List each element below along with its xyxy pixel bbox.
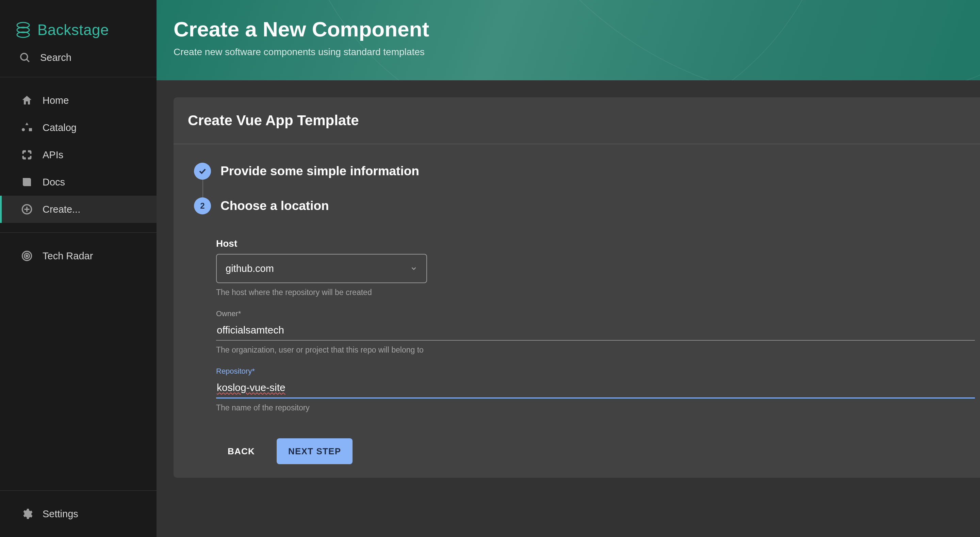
owner-input[interactable] xyxy=(216,321,975,341)
gear-icon xyxy=(21,508,33,520)
nav-docs-label: Docs xyxy=(43,177,65,188)
backstage-logo-icon xyxy=(15,21,31,40)
owner-help: The organization, user or project that t… xyxy=(216,346,975,355)
page-subtitle: Create new software components using sta… xyxy=(173,47,980,57)
card-header: Create Vue App Template xyxy=(173,97,980,144)
repository-value: koslog-vue-site xyxy=(217,382,285,394)
host-label: Host xyxy=(216,238,975,249)
page-title: Create a New Component xyxy=(173,17,980,41)
plus-circle-icon xyxy=(21,203,33,215)
radar-icon xyxy=(21,250,33,262)
sidebar: Backstage Search Home Catalog APIs xyxy=(0,0,156,537)
nav-apis-label: APIs xyxy=(43,150,63,161)
host-select[interactable]: github.com xyxy=(216,254,427,283)
svg-line-4 xyxy=(27,59,29,62)
chevron-down-icon xyxy=(410,265,417,272)
field-repository: Repository* koslog-vue-site The name of … xyxy=(216,367,975,413)
nav-create-label: Create... xyxy=(43,204,80,215)
nav-catalog[interactable]: Catalog xyxy=(0,114,156,141)
search-icon xyxy=(19,52,30,63)
svg-point-3 xyxy=(21,53,27,60)
field-host: Host github.com The host where the repos… xyxy=(216,238,975,297)
host-help: The host where the repository will be cr… xyxy=(216,288,975,297)
brand[interactable]: Backstage xyxy=(0,0,156,52)
form-actions: BACK NEXT STEP xyxy=(216,425,975,464)
apis-icon xyxy=(21,149,33,161)
svg-point-10 xyxy=(26,255,28,257)
nav-settings[interactable]: Settings xyxy=(0,500,156,527)
nav-techradar-label: Tech Radar xyxy=(43,250,93,262)
step-1[interactable]: Provide some simple information xyxy=(194,163,975,180)
nav-catalog-label: Catalog xyxy=(43,122,76,134)
step-connector xyxy=(202,180,203,198)
search[interactable]: Search xyxy=(0,52,156,77)
form: Host github.com The host where the repos… xyxy=(194,218,975,464)
home-icon xyxy=(21,94,33,107)
nav-settings-label: Settings xyxy=(43,508,78,519)
nav-secondary: Tech Radar xyxy=(0,233,156,279)
catalog-icon xyxy=(21,121,33,134)
repository-help: The name of the repository xyxy=(216,403,975,413)
step-2-indicator: 2 xyxy=(194,198,211,214)
docs-icon xyxy=(21,176,33,188)
owner-label: Owner* xyxy=(216,309,975,318)
step-2-title: Choose a location xyxy=(221,199,329,213)
step-1-title: Provide some simple information xyxy=(221,164,419,178)
step-2[interactable]: 2 Choose a location xyxy=(194,198,975,214)
step-1-indicator xyxy=(194,163,211,180)
page-header: Create a New Component Create new softwa… xyxy=(156,0,980,80)
nav-primary: Home Catalog APIs Docs Create... xyxy=(0,77,156,233)
nav-docs[interactable]: Docs xyxy=(0,169,156,196)
repository-label: Repository* xyxy=(216,367,975,376)
host-value: github.com xyxy=(226,263,274,274)
stepper: Provide some simple information 2 Choose… xyxy=(194,163,975,214)
brand-name: Backstage xyxy=(37,21,109,38)
nav-home-label: Home xyxy=(43,95,69,106)
search-label: Search xyxy=(40,52,72,63)
check-icon xyxy=(198,166,207,176)
back-button[interactable]: BACK xyxy=(216,438,266,464)
main: Create a New Component Create new softwa… xyxy=(156,0,980,537)
nav-techradar[interactable]: Tech Radar xyxy=(0,242,156,269)
repository-input[interactable]: koslog-vue-site xyxy=(216,378,975,398)
card-title: Create Vue App Template xyxy=(188,112,980,129)
nav-home[interactable]: Home xyxy=(0,87,156,114)
template-card: Create Vue App Template Provide some sim… xyxy=(173,97,980,478)
nav-apis[interactable]: APIs xyxy=(0,141,156,169)
next-step-button[interactable]: NEXT STEP xyxy=(277,438,353,464)
nav-create[interactable]: Create... xyxy=(0,196,156,223)
field-owner: Owner* The organization, user or project… xyxy=(216,309,975,355)
